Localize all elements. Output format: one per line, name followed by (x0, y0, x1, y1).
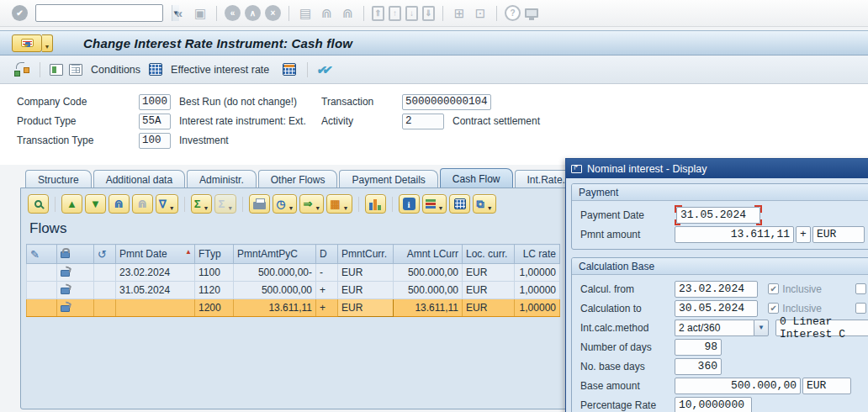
sign-field[interactable]: + (796, 226, 811, 243)
pmnt-curr-cell[interactable]: EUR (338, 282, 394, 299)
row-edit-cell[interactable] (27, 264, 57, 282)
col-pmnt-amt[interactable]: PmntAmtPyC (234, 245, 316, 264)
combo-dropdown-icon[interactable]: ▼ (754, 320, 769, 336)
product-type-field[interactable]: 55A (139, 114, 171, 129)
tab-structure[interactable]: Structure (25, 170, 92, 188)
effective-interest-rate-button[interactable]: Effective interest rate (171, 64, 269, 76)
find-button[interactable]: ⋒ (108, 194, 130, 214)
d-cell[interactable]: + (316, 299, 338, 317)
percentage-rate-field[interactable]: 10,0000000 (675, 397, 752, 412)
company-code-field[interactable]: 1000 (139, 94, 171, 110)
amnt-lcurr-cell[interactable]: 13.611,11 (394, 299, 463, 317)
tab-other-flows[interactable]: Other Flows (258, 170, 338, 188)
pmnt-amt-cell[interactable]: 13.611,11 (234, 299, 316, 317)
lc-rate-cell[interactable]: 1,00000 (515, 282, 560, 299)
row-undo-cell[interactable] (94, 282, 116, 299)
previous-page-icon[interactable]: ↑ (389, 6, 401, 21)
pmnt-amount-field[interactable]: 13.611,11 (675, 226, 794, 243)
inclusive-to-checkbox[interactable]: ✔ (768, 303, 779, 314)
amnt-lcurr-cell[interactable]: 500.000,00 (394, 282, 463, 299)
graphic-button[interactable] (365, 194, 386, 214)
col-loc-curr[interactable]: Loc. curr. (463, 245, 515, 264)
tab-additional-data[interactable]: Additional data (93, 170, 185, 188)
new-session-icon[interactable]: ⊞ (451, 5, 468, 22)
double-check-icon[interactable]: ✔✔ (316, 63, 335, 77)
export-file-button[interactable]: ⇒▼ (299, 194, 324, 214)
transaction-type-field[interactable]: 100 (139, 133, 171, 149)
month-end-to-checkbox[interactable] (855, 303, 866, 314)
save-icon[interactable]: ▣ (192, 5, 209, 22)
col-amnt-lcurr[interactable]: Amnt LCurr (394, 245, 463, 264)
last-page-icon[interactable]: ⇓ (422, 6, 435, 21)
tab-payment-details[interactable]: Payment Details (339, 170, 437, 188)
display-overview-icon[interactable] (50, 64, 63, 76)
layout-columns-button[interactable]: ▦▼ (326, 194, 352, 214)
lc-rate-cell[interactable]: 1,00000 (515, 264, 560, 282)
pmnt-date-cell[interactable]: 23.02.2024 (116, 264, 195, 282)
amnt-lcurr-cell[interactable]: 500.000,00 (394, 264, 463, 282)
customize-layout-icon[interactable] (525, 8, 538, 18)
subtotal-button[interactable]: Σ▼ (214, 194, 236, 214)
pmnt-curr-cell[interactable]: EUR (338, 299, 394, 317)
back-icon[interactable]: « (225, 5, 241, 21)
transaction-field[interactable]: 5000000000104 (402, 94, 491, 110)
row-undo-cell[interactable] (94, 299, 116, 317)
command-input[interactable] (36, 6, 172, 20)
number-of-days-field[interactable]: 98 (675, 339, 722, 356)
ftyp-cell[interactable]: 1200 (195, 299, 234, 317)
help-icon[interactable]: ? (505, 5, 521, 21)
undo-column-header[interactable]: ↺ (94, 245, 116, 264)
sort-ascending-button[interactable]: ▲ (61, 194, 82, 214)
tab-cash-flow[interactable]: Cash Flow (440, 168, 513, 188)
pmnt-date-cell[interactable] (116, 299, 195, 317)
row-lock-cell[interactable] (57, 282, 94, 299)
ftyp-cell[interactable]: 1100 (195, 264, 234, 282)
filter-button[interactable]: ∇▼ (156, 194, 178, 214)
sort-descending-button[interactable]: ▼ (85, 194, 106, 214)
details-button[interactable] (28, 194, 49, 214)
find-icon[interactable]: ⋒ (318, 5, 335, 22)
row-edit-cell[interactable] (27, 282, 57, 299)
first-page-icon[interactable]: ⇑ (372, 6, 384, 21)
pmnt-amt-cell[interactable]: 500.000,00 (234, 282, 316, 299)
print-icon[interactable]: ▤ (297, 5, 314, 22)
dialog-title-bar[interactable]: Nominal interest - Display (566, 159, 868, 178)
row-edit-cell[interactable] (27, 299, 57, 317)
table-row[interactable]: 31.05.2024 1120 500.000,00 + EUR 500.000… (27, 282, 560, 299)
pmnt-curr-cell[interactable]: EUR (338, 264, 394, 282)
base-currency-field[interactable]: EUR (802, 378, 851, 394)
col-lc-rate[interactable]: LC rate (515, 245, 560, 264)
base-amount-field[interactable]: 500.000,00 (675, 378, 801, 394)
d-cell[interactable]: - (316, 264, 338, 282)
calc-from-field[interactable]: 23.02.2024 (675, 281, 758, 298)
table-row[interactable]: 23.02.2024 1100 500.000,00- - EUR 500.00… (27, 264, 560, 282)
calculation-button[interactable] (449, 194, 470, 214)
object-hierarchy-icon[interactable] (13, 62, 30, 77)
find-next-icon[interactable]: ⋒ (339, 5, 356, 22)
loc-curr-cell[interactable]: EUR (463, 299, 515, 317)
col-pmnt-curr[interactable]: PmntCurr. (338, 245, 394, 264)
col-ftyp[interactable]: FTyp (195, 245, 234, 264)
col-pmnt-date[interactable]: Pmnt Date▲ (116, 245, 195, 264)
loc-curr-cell[interactable]: EUR (463, 264, 515, 282)
row-lock-cell[interactable] (57, 299, 94, 317)
cash-flow-calculator-icon[interactable] (283, 63, 296, 76)
pmnt-amt-cell[interactable]: 500.000,00- (234, 264, 316, 282)
export-spool-button[interactable]: ◷▼ (273, 194, 297, 214)
conditions-button[interactable]: Conditions (91, 64, 140, 76)
find-next-button[interactable]: ⋒ (132, 194, 153, 214)
row-lock-cell[interactable] (57, 264, 94, 282)
info-button[interactable]: i (399, 194, 420, 214)
lc-rate-cell[interactable]: 1,00000 (515, 299, 560, 317)
row-undo-cell[interactable] (94, 264, 116, 282)
select-views-button[interactable]: ▼ (422, 194, 447, 214)
title-menu-dropdown-icon[interactable]: ▼ (42, 34, 53, 52)
edit-column-header[interactable]: ✎ (27, 245, 57, 264)
col-d[interactable]: D (316, 245, 338, 264)
int-calc-method-combo[interactable]: 2 act/360 ▼ (675, 320, 769, 336)
services-for-object-button[interactable] (12, 34, 42, 52)
next-page-icon[interactable]: ↓ (405, 6, 418, 21)
collapse-toolbar-icon[interactable]: « (171, 5, 188, 22)
ftyp-cell[interactable]: 1120 (195, 282, 234, 299)
pmnt-date-cell[interactable]: 31.05.2024 (116, 282, 195, 299)
